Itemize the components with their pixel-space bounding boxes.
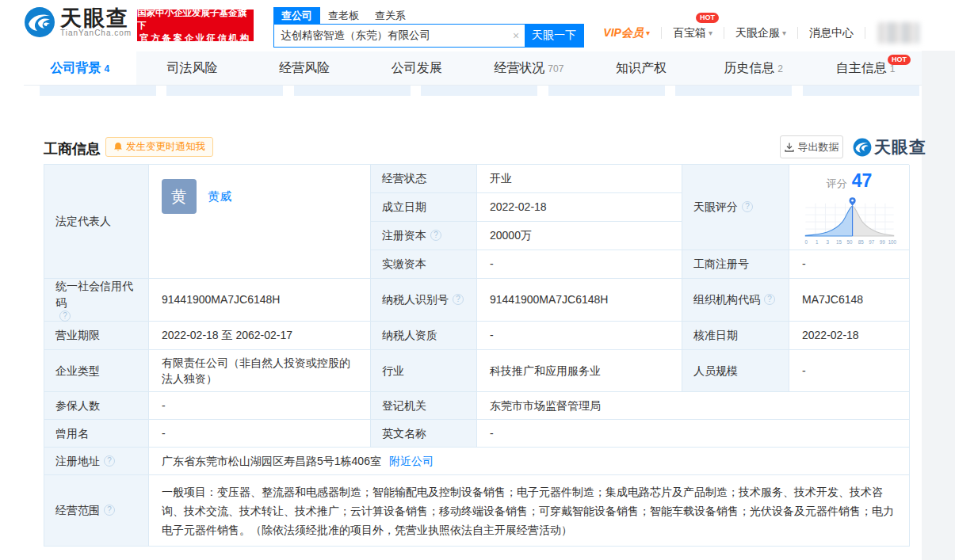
label-text: 参保人数	[55, 398, 100, 413]
cutoff-card	[548, 86, 665, 96]
insured-label: 参保人数	[44, 392, 149, 420]
clear-search-icon[interactable]: ×	[507, 25, 525, 47]
reg-capital-label: 注册资本 ?	[371, 222, 477, 250]
search-tab-relation[interactable]: 查关系	[367, 7, 414, 24]
export-button-label: 导出数据	[798, 140, 839, 154]
nav-toolbox[interactable]: HOT 百宝箱 ▾	[673, 26, 712, 40]
org-code-label: 组织机构代码 ?	[682, 279, 789, 322]
label-text: 人员规模	[693, 363, 738, 379]
tyc-score-cell[interactable]: 评分 47	[789, 165, 910, 250]
chevron-down-icon: ▾	[782, 29, 786, 37]
tab-count: 2	[777, 63, 783, 74]
label-text: 注册资本	[382, 227, 426, 243]
tab-self-published-info[interactable]: 自主信息 1 HOT	[809, 51, 922, 85]
legal-rep-name-link[interactable]: 黄威	[208, 188, 231, 205]
score-tick: 99	[879, 239, 884, 245]
help-icon[interactable]: ?	[104, 505, 115, 516]
nav-vip-label: VIP会员	[603, 26, 644, 40]
label-text: 登记机关	[382, 398, 426, 413]
search-button[interactable]: 天眼一下	[525, 25, 583, 47]
score-tick: 100	[888, 239, 896, 245]
business-scope-label: 经营范围 ?	[44, 475, 149, 547]
reg-number-value: -	[789, 250, 910, 279]
gov-certification-badge: 国家中小企业发展子基金旗下 官方备案企业征信机构	[137, 10, 254, 41]
chevron-down-icon: ▾	[709, 29, 712, 37]
label-text: 企业类型	[55, 363, 100, 379]
label-text: 核准日期	[693, 327, 738, 343]
top-header: 天眼查 TianYanCha.com 国家中小企业发展子基金旗下 官方备案企业征…	[0, 0, 955, 51]
reg-capital-value: 20000万	[477, 222, 682, 250]
search-tab-boss[interactable]: 查老板	[320, 7, 367, 24]
uscc-label: 统一社会信用代码 ?	[44, 279, 149, 322]
tab-label: 知识产权	[616, 60, 667, 77]
label-text: 实缴资本	[382, 256, 426, 272]
tianyancha-watermark-icon	[853, 138, 872, 157]
reg-address-cell: 广东省东莞市松山湖园区寿昌路5号1栋406室 附近公司	[149, 448, 910, 475]
cutoff-card	[803, 86, 919, 96]
cutoff-card	[166, 86, 283, 96]
tab-label: 公司发展	[392, 60, 442, 77]
score-tick: 1	[815, 239, 818, 245]
score-word: 评分	[827, 177, 847, 192]
tab-intellectual-property[interactable]: 知识产权	[585, 51, 697, 85]
export-data-button[interactable]: 导出数据	[780, 135, 843, 158]
tianyancha-logo-icon	[24, 6, 55, 38]
tab-company-background[interactable]: 公司背景 4	[24, 51, 136, 85]
label-text: 经营范围	[55, 502, 100, 518]
label-text: 组织机构代码	[693, 291, 760, 307]
taxpayer-id-value: 91441900MA7JC6148H	[477, 279, 682, 322]
tab-count: 4	[104, 63, 109, 74]
avatar[interactable]: 黄	[162, 179, 197, 214]
notify-button-label: 发生变更时通知我	[126, 140, 205, 154]
help-icon[interactable]: ?	[764, 294, 775, 305]
nearby-companies-link[interactable]: 附近公司	[389, 453, 434, 469]
tab-judicial-risk[interactable]: 司法风险	[136, 51, 249, 85]
tab-operating-risk[interactable]: 经营风险	[248, 51, 361, 85]
label-text: 纳税人资质	[382, 327, 437, 343]
page-background-gutter	[922, 38, 955, 560]
taxpayer-quality-value: -	[477, 322, 682, 350]
cutoff-card	[675, 86, 792, 96]
help-icon[interactable]: ?	[742, 201, 753, 212]
tab-operating-status[interactable]: 经营状况 707	[473, 51, 586, 85]
notify-on-change-button[interactable]: 发生变更时通知我	[105, 137, 213, 157]
help-icon[interactable]: ?	[59, 310, 71, 322]
tab-label: 经营风险	[279, 60, 330, 77]
nav-divider	[724, 27, 724, 39]
tab-history-info[interactable]: 历史信息 2	[697, 51, 810, 85]
business-scope-value: 一般项目：变压器、整流器和电感器制造；智能输配电及控制设备销售；电子元器件制造；…	[149, 475, 910, 547]
search-input[interactable]	[274, 25, 507, 47]
search-box: 查公司 查老板 查关系 × 天眼一下	[273, 7, 584, 48]
search-tabs: 查公司 查老板 查关系	[273, 7, 584, 24]
reg-authority-label: 登记机关	[371, 392, 477, 420]
nav-enterprise-label: 天眼企服	[735, 26, 780, 40]
nav-message-center[interactable]: 消息中心	[809, 26, 854, 40]
user-avatar-blurred[interactable]	[878, 22, 919, 44]
label-text: 营业期限	[55, 327, 100, 343]
score-distribution-chart: 0 1 3 15 50 85 97 99 100	[797, 195, 902, 246]
tianyancha-logo[interactable]: 天眼查 TianYanCha.com	[24, 6, 132, 38]
tab-company-development[interactable]: 公司发展	[361, 51, 473, 85]
tab-label: 自主信息	[836, 60, 887, 77]
english-name-value: -	[477, 420, 910, 448]
help-icon[interactable]: ?	[430, 230, 441, 241]
help-icon[interactable]: ?	[453, 294, 464, 305]
section-title: 工商信息	[44, 139, 101, 158]
score-tick: 0	[804, 239, 808, 245]
legal-rep-cell: 黄 黄威	[149, 165, 371, 279]
label-text: 注册地址	[55, 453, 100, 469]
nav-enterprise-service[interactable]: 天眼企服 ▾	[735, 26, 786, 40]
score-tick: 85	[858, 239, 863, 245]
biz-term-value: 2022-02-18 至 2062-02-17	[149, 322, 371, 350]
help-icon[interactable]: ?	[104, 455, 115, 467]
business-info-table: 法定代表人 黄 黄威 经营状态 开业 成立日期 2022-02-18 注册资本 …	[44, 164, 909, 547]
nav-divider	[661, 27, 662, 39]
staff-size-label: 人员规模	[682, 350, 789, 392]
label-text: 曾用名	[55, 425, 89, 441]
nav-vip[interactable]: VIP会员 ▾	[603, 26, 650, 40]
org-code-value: MA7JC6148	[789, 279, 910, 322]
reg-address-value: 广东省东莞市松山湖园区寿昌路5号1栋406室	[162, 453, 381, 469]
logo-title: 天眼查	[60, 8, 132, 29]
score-tick: 3	[826, 239, 829, 245]
search-tab-company[interactable]: 查公司	[273, 7, 320, 24]
